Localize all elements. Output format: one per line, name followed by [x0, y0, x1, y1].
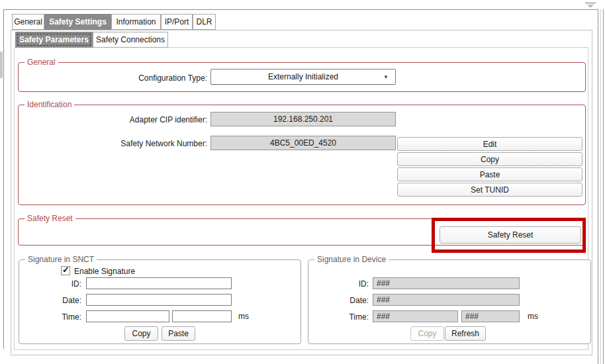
device-time-seconds-field: ### — [373, 310, 458, 322]
safety-network-number-label: Safety Network Number: — [79, 138, 207, 149]
red-highlight-annotation — [432, 218, 586, 253]
subtab-safety-connections-label: Safety Connections — [96, 35, 165, 44]
signature-device-group-title: Signature in Device — [314, 255, 389, 264]
device-date-field: ### — [373, 294, 520, 306]
device-ms-label: ms — [528, 312, 538, 321]
right-divider-light — [600, 9, 601, 364]
configuration-type-dropdown[interactable]: Externally Initialized ▼ — [210, 69, 396, 85]
right-divider-dark — [603, 9, 604, 364]
snct-paste-button-label: Paste — [168, 329, 189, 338]
subtab-safety-connections[interactable]: Safety Connections — [93, 32, 168, 48]
subtab-safety-parameters[interactable]: Safety Parameters — [15, 32, 93, 48]
tab-information[interactable]: Information — [111, 14, 161, 30]
tab-information-label: Information — [116, 17, 156, 26]
tab-safety-settings-label: Safety Settings — [49, 17, 107, 26]
snct-paste-button[interactable]: Paste — [162, 326, 195, 341]
device-date-label: Date: — [318, 295, 369, 306]
device-copy-button: Copy — [410, 326, 444, 341]
paste-snn-button[interactable]: Paste — [397, 167, 582, 181]
snct-ms-label: ms — [238, 312, 249, 321]
tab-dlr[interactable]: DLR — [193, 14, 216, 30]
panel-right-border — [598, 9, 598, 364]
enable-signature-checkbox[interactable]: ✓ — [61, 266, 70, 275]
device-refresh-button[interactable]: Refresh — [445, 326, 486, 341]
snct-time-seconds-input[interactable] — [86, 310, 169, 322]
snct-copy-button-label: Copy — [132, 329, 150, 338]
device-time-ms-field: ### — [461, 310, 520, 322]
device-copy-button-label: Copy — [418, 329, 436, 338]
snct-id-label: ID: — [38, 279, 81, 289]
device-id-value: ### — [377, 279, 390, 288]
adapter-cip-identifier-label: Adapter CIP identifier: — [79, 114, 207, 125]
set-tunid-button-label: Set TUNID — [471, 185, 509, 195]
safety-reset-group-title: Safety Reset — [24, 214, 75, 223]
snct-time-ms-input[interactable] — [172, 310, 232, 322]
paste-snn-button-label: Paste — [480, 170, 500, 179]
tab-safety-settings[interactable]: Safety Settings — [44, 14, 111, 30]
snct-id-input[interactable] — [86, 277, 232, 289]
set-tunid-button[interactable]: Set TUNID — [397, 183, 582, 197]
safety-network-number-value: 4BC5_00ED_4520 — [270, 138, 336, 148]
general-group-title: General — [24, 58, 58, 67]
device-id-field: ### — [373, 277, 520, 289]
collapse-bar-icon — [585, 2, 596, 4]
safety-network-number-field: 4BC5_00ED_4520 — [210, 136, 396, 150]
edit-button-label: Edit — [483, 140, 497, 149]
enable-signature-label: Enable Signature — [74, 267, 135, 276]
snct-copy-button[interactable]: Copy — [124, 326, 158, 341]
device-date-value: ### — [377, 295, 390, 304]
configuration-type-value: Externally Initialized — [268, 72, 338, 81]
copy-snn-button-label: Copy — [481, 155, 499, 164]
adapter-cip-identifier-field: 192.168.250.201 — [210, 112, 396, 126]
identification-group-title: Identification — [24, 100, 74, 109]
tab-ip-port[interactable]: IP/Port — [161, 14, 193, 30]
device-time-seconds-value: ### — [377, 312, 390, 321]
chevron-down-icon — [587, 5, 594, 8]
left-scrollbar-thumb[interactable] — [0, 52, 3, 78]
tab-ip-port-label: IP/Port — [165, 17, 189, 26]
device-id-label: ID: — [318, 279, 369, 289]
adapter-cip-identifier-value: 192.168.250.201 — [273, 114, 333, 124]
snct-time-label: Time: — [38, 312, 81, 322]
dropdown-arrow-icon: ▼ — [383, 75, 389, 80]
configuration-type-label: Configuration Type: — [79, 73, 207, 83]
snct-date-input[interactable] — [86, 294, 232, 306]
copy-snn-button[interactable]: Copy — [397, 152, 582, 166]
edit-button[interactable]: Edit — [397, 137, 582, 151]
tab-general[interactable]: General — [12, 14, 44, 30]
safety-settings-pane: General Safety Settings Information IP/P… — [0, 0, 605, 364]
signature-snct-group-title: Signature in SNCT — [25, 255, 97, 264]
checkmark-icon: ✓ — [62, 265, 70, 275]
device-time-label: Time: — [318, 312, 369, 322]
panel-left-border — [3, 9, 4, 349]
focus-rectangle — [17, 34, 91, 46]
device-time-ms-value: ### — [465, 312, 479, 321]
tab-general-label: General — [14, 17, 42, 26]
snct-date-label: Date: — [38, 295, 81, 306]
tab-dlr-label: DLR — [196, 17, 212, 26]
device-refresh-button-label: Refresh — [451, 329, 479, 338]
panel-top-border — [3, 9, 598, 10]
collapse-panel-icon[interactable] — [585, 2, 596, 9]
